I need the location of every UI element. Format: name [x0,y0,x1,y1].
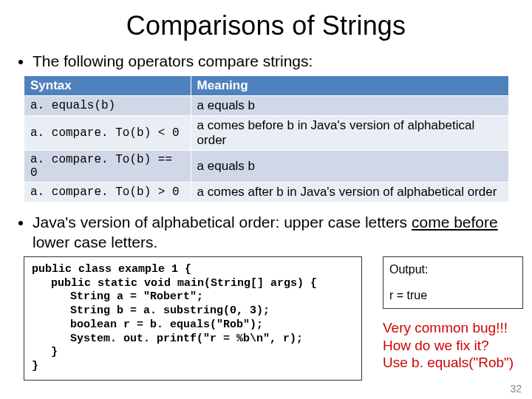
code-line: } [32,360,354,374]
side-note: Very common bug!!! How do we fix it? Use… [383,319,532,372]
cell-syntax: a. equals(b) [24,96,191,116]
code-line: String b = a. substring(0, 3); [32,304,354,318]
code-line: } [32,346,354,360]
slide-title: Comparisons of Strings [13,10,519,41]
cell-meaning: a comes after b in Java's version of alp… [191,183,508,202]
bullet-list-top: The following operators compare strings: [13,52,519,71]
code-line: public class example 1 { [32,263,354,277]
cell-meaning: a comes before b in Java's version of al… [191,116,508,151]
th-syntax: Syntax [24,76,191,96]
sidenote-line: Very common bug!!! [383,319,532,337]
table-row: a. compare. To(b) == 0 a equals b [24,151,509,183]
code-line: System. out. printf("r = %b\n", r); [32,332,354,347]
page-number: 32 [510,383,522,395]
table-row: a. compare. To(b) < 0 a comes before b i… [24,116,509,151]
cell-meaning: a equals b [191,96,508,116]
sidenote-line: How do we fix it? [383,337,532,355]
cell-syntax: a. compare. To(b) > 0 [24,183,191,202]
bullet-list-bottom: Java's version of alphabetical order: up… [13,213,519,252]
cell-syntax: a. compare. To(b) < 0 [24,116,191,151]
cell-meaning: a equals b [191,151,508,183]
cell-syntax: a. compare. To(b) == 0 [24,151,191,183]
code-line: boolean r = b. equals("Rob"); [32,318,354,332]
th-meaning: Meaning [191,76,508,96]
bullet-compare-intro: The following operators compare strings: [33,52,519,71]
bullet2-post: lower case letters. [33,233,157,250]
output-box: Output: r = true [383,256,523,309]
bullet-alpha-order: Java's version of alphabetical order: up… [33,213,519,252]
bullet2-underline: come before [412,214,498,231]
comparison-table: Syntax Meaning a. equals(b) a equals b a… [24,75,509,202]
output-line: r = true [389,287,516,304]
bullet2-pre: Java's version of alphabetical order: up… [33,214,412,231]
code-line: String a = "Robert"; [32,290,354,304]
table-row: a. compare. To(b) > 0 a comes after b in… [24,183,509,202]
slide: Comparisons of Strings The following ope… [0,0,532,399]
code-line: public static void main(String[] args) { [32,277,354,291]
sidenote-line: Use b. equals("Rob") [383,354,532,372]
output-label: Output: [389,262,516,278]
code-example-box: public class example 1 { public static v… [24,256,362,381]
table-row: a. equals(b) a equals b [24,96,509,116]
